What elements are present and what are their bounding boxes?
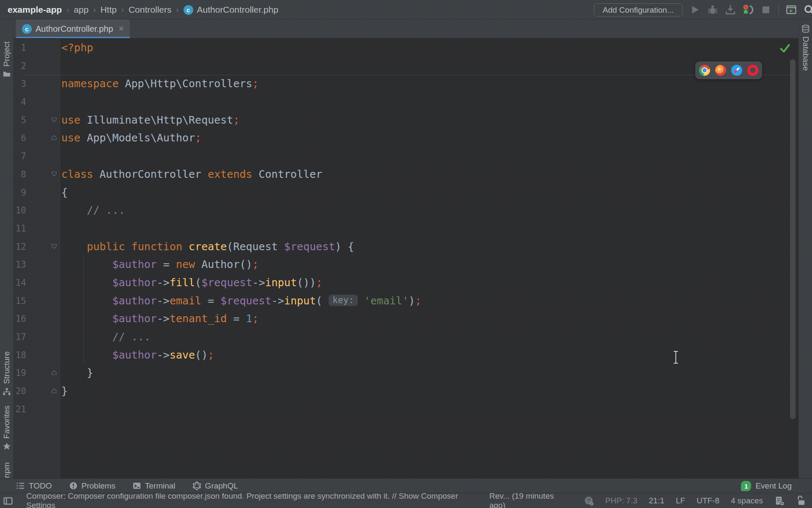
opera-icon[interactable]: [747, 65, 758, 76]
line-number-9[interactable]: 9: [14, 184, 26, 202]
token-var: $request: [284, 240, 335, 253]
gutter-row-3: 3: [14, 75, 60, 93]
line-number-21[interactable]: 21: [14, 400, 26, 419]
line-number-6[interactable]: 6: [14, 129, 26, 147]
fold-marker-end[interactable]: [51, 388, 58, 395]
stripe-label: npm: [2, 462, 11, 478]
toolbar-item-terminal[interactable]: Terminal: [132, 481, 176, 491]
toolbar-item-todo[interactable]: TODO: [16, 481, 52, 491]
line-number-19[interactable]: 19: [14, 364, 26, 382]
tab-authorcontroller[interactable]: c AuthorController.php ×: [16, 19, 130, 38]
breadcrumb-item-controllers[interactable]: Controllers: [129, 5, 172, 15]
line-number-14[interactable]: 14: [14, 274, 26, 292]
sidebar-item-database[interactable]: Database: [799, 25, 812, 71]
code-line-4[interactable]: [60, 93, 790, 111]
structure-icon: [3, 387, 11, 396]
run-icon[interactable]: [689, 4, 700, 15]
close-icon[interactable]: ×: [118, 24, 124, 33]
breadcrumb-item-http[interactable]: Http: [100, 5, 117, 15]
code-line-1[interactable]: <?php: [60, 39, 790, 57]
code-line-20[interactable]: }: [60, 382, 790, 400]
code-line-18[interactable]: $author->save();: [60, 346, 790, 364]
fold-marker-end[interactable]: [51, 135, 58, 141]
database-icon: [801, 25, 810, 33]
token-pl: [61, 258, 112, 271]
code-line-12[interactable]: public function create(Request $request)…: [60, 238, 790, 256]
code-line-11[interactable]: [60, 220, 790, 238]
editor-code-area[interactable]: <?phpnamespace App\Http\Controllers;use …: [60, 39, 790, 418]
line-number-13[interactable]: 13: [14, 256, 26, 274]
code-line-5[interactable]: use Illuminate\Http\Request;: [60, 111, 790, 130]
code-line-6[interactable]: use App\Models\Author;: [60, 129, 790, 147]
code-editor[interactable]: 123456789101112131415161718192021 <?phpn…: [14, 38, 798, 478]
composer-status-message[interactable]: Composer: Composer configuration file co…: [26, 491, 489, 508]
php-debug-listen-icon[interactable]: [743, 4, 754, 15]
search-everywhere-icon[interactable]: [804, 4, 812, 15]
php-version-widget[interactable]: PHP: 7.3: [605, 496, 637, 505]
sidebar-item-favorites[interactable]: Favorites: [0, 406, 14, 450]
code-line-8[interactable]: class AuthorController extends Controlle…: [60, 166, 790, 184]
line-number-2[interactable]: 2: [14, 57, 26, 75]
caret-position-widget[interactable]: 21:1: [649, 496, 664, 505]
code-line-7[interactable]: [60, 147, 790, 166]
line-number-7[interactable]: 7: [14, 147, 26, 166]
line-number-3[interactable]: 3: [14, 75, 26, 93]
breadcrumb-file[interactable]: cAuthorController.php: [184, 5, 279, 15]
fold-marker-start[interactable]: [51, 117, 58, 124]
git-revision-widget[interactable]: Rev... (19 minutes ago): [489, 491, 572, 508]
indent-widget[interactable]: 4 spaces: [731, 496, 763, 505]
fold-marker-end[interactable]: [51, 370, 58, 376]
code-line-13[interactable]: $author = new Author();: [60, 256, 790, 274]
coverage-icon[interactable]: [725, 4, 736, 15]
code-line-15[interactable]: $author->email = $request->input( key: '…: [60, 292, 790, 310]
code-line-3[interactable]: namespace App\Http\Controllers;: [60, 75, 790, 93]
sidebar-item-structure[interactable]: Structure: [0, 351, 14, 396]
toolbar-item-problems[interactable]: Problems: [69, 481, 115, 491]
line-number-5[interactable]: 5: [14, 111, 26, 130]
encoding-widget[interactable]: UTF-8: [697, 496, 719, 505]
token-pl: (): [195, 349, 208, 361]
line-number-20[interactable]: 20: [14, 382, 26, 400]
fold-marker-start[interactable]: [51, 243, 58, 250]
stop-icon[interactable]: [760, 4, 771, 15]
run-window-icon[interactable]: [786, 4, 797, 15]
code-line-16[interactable]: $author->tenant_id = 1;: [60, 310, 790, 328]
toolbar-item-graphql[interactable]: GraphQL: [192, 481, 238, 491]
sidebar-item-project[interactable]: Project: [0, 41, 14, 78]
chrome-icon[interactable]: [699, 65, 710, 76]
line-number-11[interactable]: 11: [14, 220, 26, 238]
line-number-18[interactable]: 18: [14, 346, 26, 364]
code-line-14[interactable]: $author->fill($request->input());: [60, 274, 790, 292]
code-line-21[interactable]: [60, 400, 790, 419]
token-var: $request: [201, 276, 252, 289]
php-interpreter-icon[interactable]: ?: [584, 496, 594, 506]
firefox-icon[interactable]: [715, 65, 726, 76]
fold-marker-start[interactable]: [51, 171, 58, 178]
inspections-ok-icon[interactable]: [779, 42, 791, 54]
line-number-8[interactable]: 8: [14, 166, 26, 184]
code-line-19[interactable]: }: [60, 364, 790, 382]
line-number-17[interactable]: 17: [14, 328, 26, 346]
tool-window-switcher-icon[interactable]: [3, 496, 13, 506]
breadcrumb-item-app[interactable]: app: [74, 5, 88, 15]
line-number-4[interactable]: 4: [14, 93, 26, 111]
line-number-15[interactable]: 15: [14, 292, 26, 310]
code-line-2[interactable]: [60, 57, 790, 75]
token-var: $request: [220, 295, 271, 307]
safari-icon[interactable]: [731, 65, 742, 76]
debug-icon[interactable]: [707, 4, 718, 15]
line-number-10[interactable]: 10: [14, 202, 26, 220]
line-separator-widget[interactable]: LF: [676, 496, 685, 505]
line-number-12[interactable]: 12: [14, 238, 26, 256]
add-configuration-button[interactable]: Add Configuration...: [594, 3, 683, 17]
mouse-ibeam-cursor: [672, 351, 679, 364]
lock-open-icon[interactable]: [796, 496, 806, 506]
code-line-9[interactable]: {: [60, 184, 790, 202]
code-line-17[interactable]: // ...: [60, 328, 790, 346]
breadcrumb-item-example-app[interactable]: example-app: [8, 5, 62, 15]
code-line-10[interactable]: // ...: [60, 202, 790, 220]
indent-settings-icon[interactable]: [774, 496, 785, 506]
editor-scrollbar[interactable]: [790, 59, 796, 419]
line-number-16[interactable]: 16: [14, 310, 26, 328]
line-number-1[interactable]: 1: [14, 39, 26, 57]
